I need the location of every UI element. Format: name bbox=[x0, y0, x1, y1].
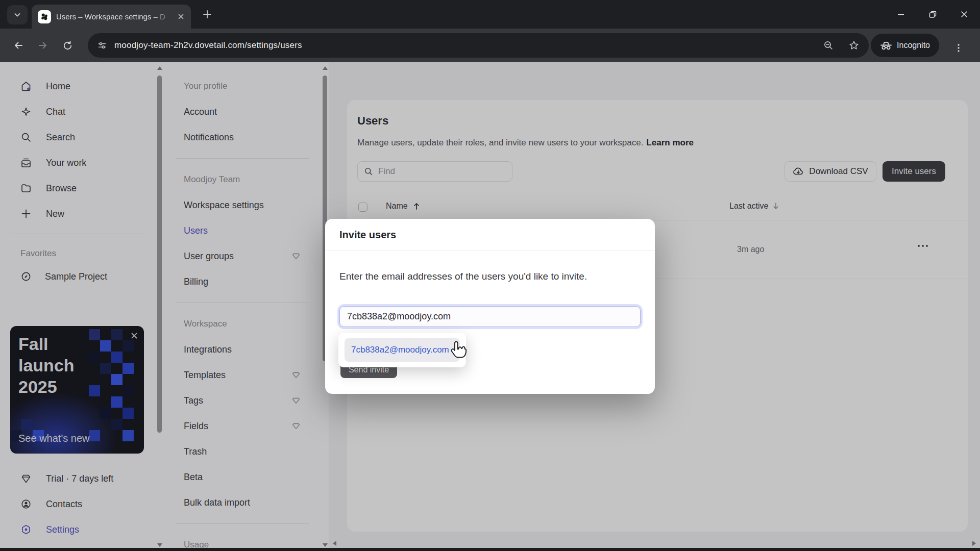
address-bar[interactable]: moodjoy-team-2h2v.dovetail.com/settings/… bbox=[88, 33, 869, 58]
incognito-spy-icon bbox=[880, 41, 892, 50]
modal-divider bbox=[325, 251, 655, 251]
back-button[interactable] bbox=[6, 33, 31, 58]
window-restore-button[interactable] bbox=[917, 0, 948, 29]
browser-tabstrip: Users – Workspace settings – D bbox=[0, 0, 980, 29]
window-close-button[interactable] bbox=[948, 0, 980, 29]
email-input[interactable]: 7cb838a2@moodjoy.com bbox=[339, 306, 641, 327]
reload-button[interactable] bbox=[55, 33, 80, 58]
modal-instruction: Enter the email addresses of the users y… bbox=[339, 271, 587, 282]
modal-title: Invite users bbox=[339, 229, 396, 241]
site-settings-tune-icon[interactable] bbox=[97, 40, 107, 51]
browser-toolbar: moodjoy-team-2h2v.dovetail.com/settings/… bbox=[0, 29, 980, 62]
email-suggestion-dropdown: 7cb838a2@moodjoy.com bbox=[338, 333, 466, 367]
forward-button[interactable] bbox=[31, 33, 55, 58]
incognito-badge: Incognito bbox=[871, 34, 939, 57]
bookmark-star-icon[interactable] bbox=[848, 40, 860, 51]
hand-cursor-icon bbox=[448, 340, 468, 362]
tab-title: Users – Workspace settings – D bbox=[56, 12, 172, 21]
zoom-out-icon[interactable] bbox=[823, 40, 834, 51]
email-input-value: 7cb838a2@moodjoy.com bbox=[347, 311, 451, 322]
window-minimize-button[interactable] bbox=[885, 0, 917, 29]
browser-tab[interactable]: Users – Workspace settings – D bbox=[32, 5, 191, 29]
new-tab-button[interactable] bbox=[201, 8, 213, 20]
tab-close-icon[interactable] bbox=[177, 13, 185, 20]
url-text[interactable]: moodjoy-team-2h2v.dovetail.com/settings/… bbox=[114, 40, 816, 51]
tab-search-button[interactable] bbox=[7, 5, 28, 24]
modal-header: Invite users bbox=[325, 219, 655, 251]
browser-menu-button[interactable] bbox=[946, 36, 971, 60]
invite-users-modal: Invite users Enter the email addresses o… bbox=[325, 219, 655, 394]
dovetail-favicon-icon bbox=[38, 10, 51, 23]
window-bottom-edge bbox=[0, 548, 980, 551]
incognito-label: Incognito bbox=[897, 41, 930, 50]
email-suggestion-item[interactable]: 7cb838a2@moodjoy.com bbox=[345, 338, 460, 362]
chevron-down-icon bbox=[13, 11, 21, 19]
